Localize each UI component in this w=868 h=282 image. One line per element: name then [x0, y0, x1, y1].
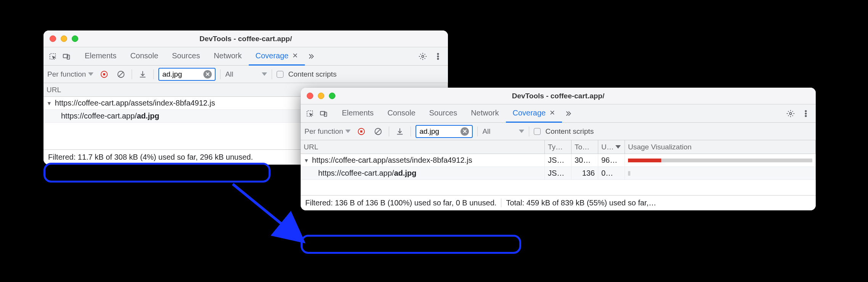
zoom-window-icon[interactable] [72, 35, 78, 42]
url-filter-input[interactable] [162, 70, 200, 79]
minimize-window-icon[interactable] [318, 93, 324, 99]
tab-label: Console [387, 109, 415, 117]
window-controls[interactable] [307, 93, 335, 99]
main-tabstrip: Elements Console Sources Network Coverag… [43, 47, 448, 66]
separator [529, 127, 529, 136]
tab-label: Network [471, 109, 499, 117]
column-type[interactable]: Ty… [545, 140, 572, 154]
device-toolbar-icon[interactable] [318, 108, 329, 119]
svg-rect-19 [361, 130, 363, 133]
more-tabs-icon[interactable] [305, 50, 317, 62]
dropdown-label: Per function [304, 127, 343, 136]
tab-network[interactable]: Network [207, 47, 248, 66]
svg-point-14 [789, 112, 792, 115]
inspect-icon[interactable] [304, 108, 315, 119]
svg-point-4 [437, 53, 438, 54]
url-filter[interactable]: ✕ [415, 125, 473, 138]
usage-bar [628, 159, 812, 162]
coverage-toolbar: Per function ✕ All Content scripts [43, 66, 448, 83]
url-filter-input[interactable] [419, 127, 457, 136]
url-filter[interactable]: ✕ [158, 68, 216, 81]
export-button[interactable] [394, 125, 406, 138]
column-url[interactable]: URL [301, 140, 545, 154]
tab-elements[interactable]: Elements [335, 104, 380, 123]
kebab-menu-icon[interactable] [432, 50, 444, 62]
tab-label: Coverage [513, 109, 546, 117]
disclosure-triangle-icon[interactable]: ▼ [47, 100, 52, 106]
chevron-down-icon [262, 72, 267, 76]
svg-point-3 [422, 55, 424, 58]
table-row[interactable]: ▼ https://coffee-cart.app/assets/index-8… [301, 154, 816, 167]
clear-button[interactable] [372, 125, 384, 138]
tab-sources[interactable]: Sources [165, 47, 207, 66]
tab-label: Coverage [256, 51, 289, 60]
dropdown-label: All [225, 70, 233, 79]
granularity-select[interactable]: Per function [304, 127, 351, 136]
window-title: DevTools - coffee-cart.app/ [43, 35, 448, 43]
window-controls[interactable] [50, 35, 78, 42]
content-scripts-checkbox[interactable] [534, 128, 541, 135]
disclosure-triangle-icon[interactable]: ▼ [304, 157, 309, 163]
close-tab-icon[interactable]: ✕ [549, 109, 555, 117]
table-header: URL Ty… To… U… Usage Visualization [301, 140, 816, 154]
main-tabstrip: Elements Console Sources Network Coverag… [301, 104, 816, 123]
device-toolbar-icon[interactable] [61, 51, 72, 62]
table-body: ▼ https://coffee-cart.app/assets/index-8… [301, 154, 816, 195]
table-row[interactable]: https://coffee-cart.app/ad.jpg JS… 136 0… [301, 167, 816, 180]
url-match: ad.jpg [137, 112, 159, 120]
minimize-window-icon[interactable] [61, 35, 67, 42]
tab-console[interactable]: Console [380, 104, 422, 123]
inspect-icon[interactable] [47, 51, 58, 62]
close-tab-icon[interactable]: ✕ [292, 51, 298, 60]
close-window-icon[interactable] [50, 35, 56, 42]
export-button[interactable] [137, 68, 149, 80]
svg-point-5 [437, 56, 438, 57]
cell-type: JS… [545, 167, 572, 179]
separator [389, 127, 389, 136]
sort-desc-icon [615, 145, 621, 149]
tab-label: Elements [342, 109, 374, 117]
clear-button[interactable] [115, 68, 127, 80]
tab-sources[interactable]: Sources [422, 104, 464, 123]
svg-point-17 [805, 115, 806, 116]
tab-label: Network [214, 51, 242, 60]
url-match: ad.jpg [394, 169, 417, 178]
tab-elements[interactable]: Elements [78, 47, 123, 66]
column-unused[interactable]: U… [598, 140, 625, 154]
clear-filter-icon[interactable]: ✕ [461, 127, 469, 136]
svg-rect-8 [103, 73, 106, 75]
url-text: https://coffee-cart.app/assets/index-8bf… [55, 99, 215, 107]
tab-console[interactable]: Console [123, 47, 165, 66]
tab-label: Sources [429, 109, 457, 117]
titlebar: DevTools - coffee-cart.app/ [301, 88, 816, 104]
status-filtered: Filtered: 136 B of 136 B (100%) used so … [301, 199, 501, 207]
zoom-window-icon[interactable] [329, 93, 335, 99]
settings-icon[interactable] [417, 50, 429, 62]
content-scripts-checkbox[interactable] [277, 71, 283, 78]
type-filter-select[interactable]: All [482, 127, 524, 136]
more-tabs-icon[interactable] [562, 107, 574, 120]
settings-icon[interactable] [784, 107, 797, 120]
separator [132, 69, 132, 79]
clear-filter-icon[interactable]: ✕ [203, 70, 212, 79]
annotation-highlight [301, 235, 521, 254]
record-button[interactable] [355, 125, 367, 138]
granularity-select[interactable]: Per function [47, 70, 93, 79]
close-window-icon[interactable] [307, 93, 313, 99]
column-usage[interactable]: Usage Visualization [625, 140, 816, 154]
usage-bar [628, 171, 630, 176]
svg-point-15 [805, 110, 806, 111]
kebab-menu-icon[interactable] [800, 107, 812, 120]
tab-label: Sources [172, 51, 200, 60]
tab-network[interactable]: Network [464, 104, 506, 123]
window-title: DevTools - coffee-cart.app/ [301, 92, 816, 100]
tab-coverage[interactable]: Coverage ✕ [249, 47, 305, 66]
cell-unused: 0… [598, 167, 625, 179]
column-total[interactable]: To… [572, 140, 598, 154]
cell-type: JS… [545, 154, 572, 167]
cell-total: 136 [572, 167, 598, 179]
dropdown-label: All [482, 127, 490, 136]
tab-coverage[interactable]: Coverage ✕ [506, 104, 562, 123]
record-button[interactable] [98, 68, 110, 80]
type-filter-select[interactable]: All [225, 70, 267, 79]
